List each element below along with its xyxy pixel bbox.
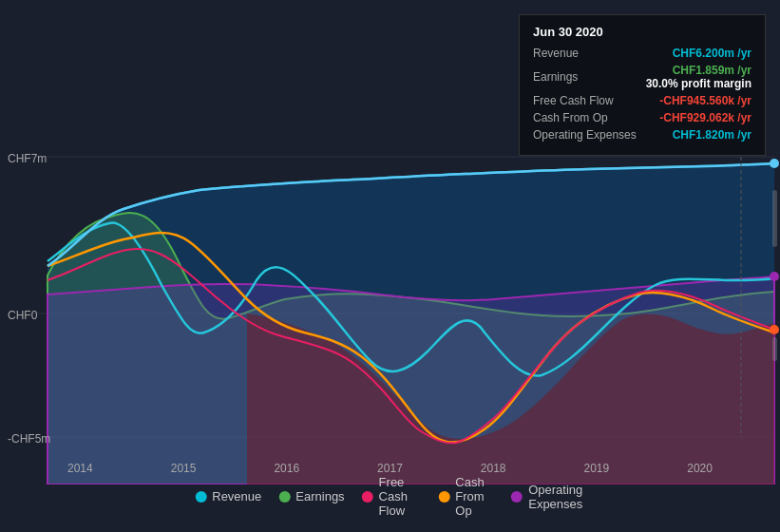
legend-cashfromop[interactable]: Cash From Op xyxy=(438,475,494,518)
tooltip-profit-margin: 30.0% profit margin xyxy=(646,77,751,90)
tooltip-fcf-value: -CHF945.560k /yr xyxy=(659,94,751,107)
x-label-2018: 2018 xyxy=(481,462,506,475)
tooltip-earnings-row: Earnings CHF1.859m /yr 30.0% profit marg… xyxy=(533,64,751,90)
tooltip-cashfromop-row: Cash From Op -CHF929.062k /yr xyxy=(533,111,751,124)
legend-earnings[interactable]: Earnings xyxy=(278,489,344,504)
tooltip-fcf-row: Free Cash Flow -CHF945.560k /yr xyxy=(533,94,751,107)
legend-revenue[interactable]: Revenue xyxy=(195,489,261,504)
tooltip-revenue-label: Revenue xyxy=(533,47,637,60)
svg-point-8 xyxy=(770,272,779,281)
x-label-2020: 2020 xyxy=(687,462,713,475)
legend-revenue-label: Revenue xyxy=(212,489,261,504)
svg-rect-6 xyxy=(772,337,777,361)
legend-cashfromop-label: Cash From Op xyxy=(455,475,494,518)
tooltip-earnings-value: CHF1.859m /yr xyxy=(646,64,751,77)
data-tooltip: Jun 30 2020 Revenue CHF6.200m /yr Earnin… xyxy=(519,14,766,156)
tooltip-opex-row: Operating Expenses CHF1.820m /yr xyxy=(533,128,751,142)
legend-fcf-dot xyxy=(362,491,373,503)
legend-opex[interactable]: Operating Expenses xyxy=(511,483,585,511)
svg-point-7 xyxy=(770,159,779,168)
legend-opex-label: Operating Expenses xyxy=(528,483,585,511)
x-label-2017: 2017 xyxy=(377,462,403,475)
x-label-2016: 2016 xyxy=(274,462,299,475)
x-axis-labels: 2014 2015 2016 2017 2018 2019 2020 xyxy=(0,462,780,475)
x-label-2015: 2015 xyxy=(171,462,197,475)
tooltip-title: Jun 30 2020 xyxy=(533,25,751,39)
svg-rect-5 xyxy=(772,190,777,247)
svg-point-9 xyxy=(770,325,779,334)
tooltip-earnings-label: Earnings xyxy=(533,70,637,84)
y-axis-mid-label: CHF0 xyxy=(8,309,37,322)
legend-cashfromop-dot xyxy=(438,491,449,503)
legend-earnings-label: Earnings xyxy=(295,489,344,504)
tooltip-fcf-label: Free Cash Flow xyxy=(533,94,637,107)
legend-fcf-label: Free Cash Flow xyxy=(379,475,422,518)
legend-earnings-dot xyxy=(278,491,290,503)
y-axis-bot-label: -CHF5m xyxy=(8,432,50,446)
tooltip-cashfromop-label: Cash From Op xyxy=(533,111,637,124)
tooltip-opex-value: CHF1.820m /yr xyxy=(673,128,751,142)
chart-legend: Revenue Earnings Free Cash Flow Cash Fro… xyxy=(195,475,585,518)
legend-opex-dot xyxy=(511,491,523,503)
tooltip-opex-label: Operating Expenses xyxy=(533,128,637,142)
y-axis-top-label: CHF7m xyxy=(8,152,47,165)
legend-fcf[interactable]: Free Cash Flow xyxy=(362,475,422,518)
x-label-2014: 2014 xyxy=(67,462,93,475)
x-label-2019: 2019 xyxy=(584,462,610,475)
legend-revenue-dot xyxy=(195,491,206,503)
tooltip-revenue-row: Revenue CHF6.200m /yr xyxy=(533,47,751,60)
tooltip-cashfromop-value: -CHF929.062k /yr xyxy=(659,111,751,124)
tooltip-revenue-value: CHF6.200m /yr xyxy=(673,47,751,60)
